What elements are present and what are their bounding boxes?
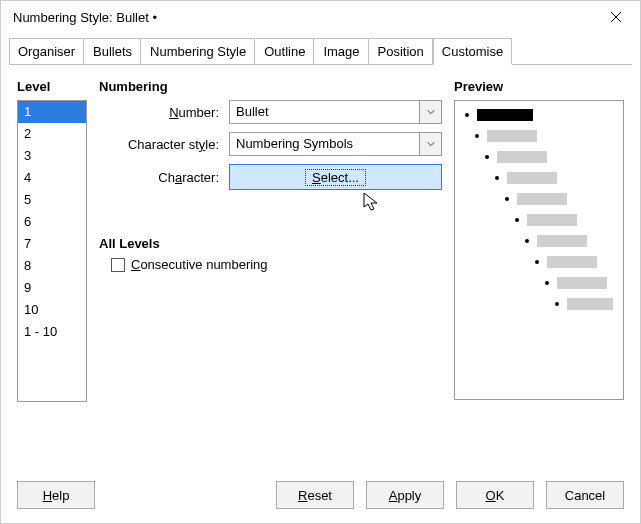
- charstyle-label: Character style:: [99, 137, 229, 152]
- preview-row: [535, 256, 613, 268]
- all-levels-heading: All Levels: [99, 236, 442, 251]
- select-character-label: Select...: [305, 169, 366, 186]
- help-button[interactable]: Help: [17, 481, 95, 509]
- preview-bar: [567, 298, 613, 310]
- tab-strip: OrganiserBulletsNumbering StyleOutlineIm…: [9, 37, 632, 65]
- consecutive-numbering-label: Consecutive numbering: [131, 257, 268, 272]
- level-item[interactable]: 8: [18, 255, 86, 277]
- number-select[interactable]: Bullet: [229, 100, 442, 124]
- consecutive-numbering-checkbox[interactable]: Consecutive numbering: [111, 257, 442, 272]
- numbering-heading: Numbering: [99, 79, 442, 94]
- preview-row: [545, 277, 613, 289]
- preview-row: [555, 298, 613, 310]
- tab-position[interactable]: Position: [369, 38, 433, 65]
- preview-row: [485, 151, 613, 163]
- level-item[interactable]: 10: [18, 299, 86, 321]
- charstyle-value: Numbering Symbols: [229, 132, 420, 156]
- bullet-icon: [555, 302, 559, 306]
- tab-bullets[interactable]: Bullets: [84, 38, 141, 65]
- preview-bar: [537, 235, 587, 247]
- bullet-icon: [465, 113, 469, 117]
- charstyle-row: Character style: Numbering Symbols: [99, 132, 442, 156]
- checkbox-box-icon: [111, 258, 125, 272]
- numbering-column: Numbering Number: Bullet Character style…: [99, 79, 442, 402]
- character-control: Select...: [229, 164, 442, 190]
- level-item[interactable]: 3: [18, 145, 86, 167]
- level-item[interactable]: 1 - 10: [18, 321, 86, 343]
- chevron-down-icon: [427, 140, 435, 148]
- level-item[interactable]: 1: [18, 101, 86, 123]
- preview-box: [454, 100, 624, 400]
- apply-button[interactable]: Apply: [366, 481, 444, 509]
- level-heading: Level: [17, 79, 87, 94]
- ok-button[interactable]: OK: [456, 481, 534, 509]
- preview-heading: Preview: [454, 79, 624, 94]
- preview-bar: [557, 277, 607, 289]
- all-levels-section: All Levels Consecutive numbering: [99, 236, 442, 272]
- preview-row: [515, 214, 613, 226]
- tab-customise[interactable]: Customise: [433, 38, 512, 65]
- level-item[interactable]: 9: [18, 277, 86, 299]
- dialog-window: Numbering Style: Bullet • OrganiserBulle…: [0, 0, 641, 524]
- charstyle-dropdown-button[interactable]: [420, 132, 442, 156]
- preview-row: [495, 172, 613, 184]
- bullet-icon: [505, 197, 509, 201]
- number-dropdown-button[interactable]: [420, 100, 442, 124]
- preview-row: [525, 235, 613, 247]
- number-label: Number:: [99, 105, 229, 120]
- level-item[interactable]: 5: [18, 189, 86, 211]
- preview-row: [465, 109, 613, 121]
- level-item[interactable]: 2: [18, 123, 86, 145]
- close-icon: [611, 12, 621, 22]
- number-row: Number: Bullet: [99, 100, 442, 124]
- select-character-button[interactable]: Select...: [229, 164, 442, 190]
- preview-bar: [527, 214, 577, 226]
- level-item[interactable]: 4: [18, 167, 86, 189]
- tab-organiser[interactable]: Organiser: [9, 38, 84, 65]
- charstyle-select[interactable]: Numbering Symbols: [229, 132, 442, 156]
- bullet-icon: [525, 239, 529, 243]
- bullet-icon: [545, 281, 549, 285]
- preview-bar: [547, 256, 597, 268]
- bullet-icon: [515, 218, 519, 222]
- preview-bar: [497, 151, 547, 163]
- bullet-icon: [535, 260, 539, 264]
- character-row: Character: Select...: [99, 164, 442, 190]
- level-list[interactable]: 123456789101 - 10: [17, 100, 87, 402]
- preview-bar: [477, 109, 533, 121]
- character-label: Character:: [99, 170, 229, 185]
- bullet-icon: [475, 134, 479, 138]
- preview-column: Preview: [454, 79, 624, 402]
- cancel-button[interactable]: Cancel: [546, 481, 624, 509]
- level-column: Level 123456789101 - 10: [17, 79, 87, 402]
- titlebar: Numbering Style: Bullet •: [1, 1, 640, 33]
- reset-button[interactable]: Reset: [276, 481, 354, 509]
- window-title: Numbering Style: Bullet •: [13, 10, 157, 25]
- preview-row: [505, 193, 613, 205]
- preview-bar: [517, 193, 567, 205]
- preview-row: [475, 130, 613, 142]
- bullet-icon: [485, 155, 489, 159]
- preview-bar: [507, 172, 557, 184]
- bullet-icon: [495, 176, 499, 180]
- tab-image[interactable]: Image: [314, 38, 368, 65]
- button-bar: Help Reset Apply OK Cancel: [1, 481, 640, 509]
- level-item[interactable]: 6: [18, 211, 86, 233]
- number-value: Bullet: [229, 100, 420, 124]
- tab-outline[interactable]: Outline: [255, 38, 314, 65]
- close-button[interactable]: [596, 3, 636, 31]
- tab-numbering-style[interactable]: Numbering Style: [141, 38, 255, 65]
- chevron-down-icon: [427, 108, 435, 116]
- preview-bar: [487, 130, 537, 142]
- level-item[interactable]: 7: [18, 233, 86, 255]
